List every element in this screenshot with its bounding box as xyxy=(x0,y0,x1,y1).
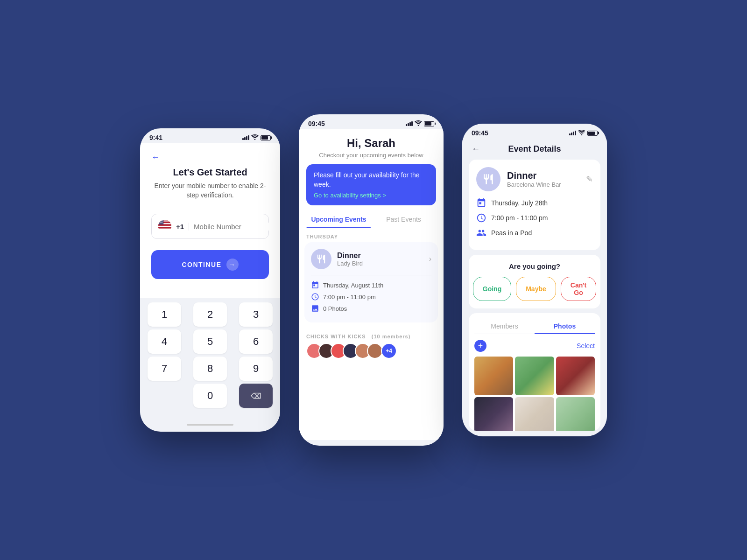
screens-container: 9:41 ← Let's Get Started Enter your mobi… xyxy=(140,114,607,446)
svg-point-17 xyxy=(159,222,159,222)
mobile-number-input[interactable] xyxy=(194,223,280,231)
photo-5[interactable] xyxy=(515,397,554,431)
svg-point-10 xyxy=(161,220,161,221)
p3-event-info: Dinner Barcelona Wine Bar xyxy=(507,170,561,188)
key-7[interactable]: 7 xyxy=(148,357,181,381)
p3-date-row: Thursday, July 28th xyxy=(476,198,593,208)
svg-point-11 xyxy=(162,220,162,221)
key-3[interactable]: 3 xyxy=(239,302,273,327)
maybe-button[interactable]: Maybe xyxy=(516,277,556,301)
availability-link[interactable]: Go to availability settings > xyxy=(314,192,429,199)
status-icons-2 xyxy=(406,120,434,127)
phone1-title: Let's Get Started xyxy=(173,167,247,178)
group-section: CHICKS WITH KICKS (10 members) +4 xyxy=(299,328,444,364)
group-icon xyxy=(476,228,486,238)
continue-label: CONTINUE xyxy=(182,261,221,268)
signal-icon-3 xyxy=(569,131,576,135)
svg-point-18 xyxy=(160,222,160,222)
event-photos-row: 0 Photos xyxy=(311,304,431,313)
home-indicator-1 xyxy=(140,420,280,429)
p3-time: 7:00 pm - 11:00 pm xyxy=(491,214,548,222)
battery-icon-2 xyxy=(424,121,434,126)
svg-point-29 xyxy=(162,223,162,224)
tab-upcoming[interactable]: Upcoming Events xyxy=(306,211,371,228)
photo-3[interactable] xyxy=(556,357,595,395)
key-9[interactable]: 9 xyxy=(239,357,273,381)
event-name: Dinner xyxy=(337,252,423,260)
svg-point-25 xyxy=(162,222,162,223)
status-time-3: 09:45 xyxy=(472,129,488,137)
rsvp-buttons: Going Maybe Can't Go xyxy=(476,277,593,301)
clock-icon xyxy=(311,293,319,301)
svg-point-15 xyxy=(161,221,162,221)
svg-point-23 xyxy=(160,222,161,223)
calendar-icon xyxy=(311,281,319,289)
tab-past[interactable]: Past Events xyxy=(371,211,436,228)
keypad-row-2: 4 5 6 xyxy=(148,329,273,354)
key-delete[interactable]: ⌫ xyxy=(239,384,273,408)
photo-6[interactable] xyxy=(556,397,595,431)
tab-photos[interactable]: Photos xyxy=(535,319,595,334)
tab-members[interactable]: Members xyxy=(474,319,535,334)
status-bar-3: 09:45 xyxy=(462,124,607,139)
photo-2[interactable] xyxy=(515,357,554,395)
p3-event-icon xyxy=(476,167,500,191)
flag-icon xyxy=(158,220,171,233)
key-0[interactable]: 0 xyxy=(193,384,227,408)
p3-group-row: Peas in a Pod xyxy=(476,228,593,238)
svg-point-26 xyxy=(159,223,159,224)
wifi-icon xyxy=(251,134,259,141)
back-button-1[interactable]: ← xyxy=(151,153,160,162)
phone1-subtitle: Enter your mobile number to enable 2-ste… xyxy=(151,182,269,200)
svg-point-9 xyxy=(160,220,160,221)
keypad: 1 2 3 4 5 6 7 8 9 0 ⌫ xyxy=(140,298,280,420)
key-6[interactable]: 6 xyxy=(239,329,273,354)
status-icons-1 xyxy=(242,134,271,141)
key-2[interactable]: 2 xyxy=(193,302,227,327)
svg-point-14 xyxy=(160,221,161,221)
key-4[interactable]: 4 xyxy=(148,329,181,354)
svg-point-27 xyxy=(160,223,160,224)
going-button[interactable]: Going xyxy=(473,277,511,301)
continue-button[interactable]: CONTINUE → xyxy=(151,250,269,279)
event-date-row: Thursday, August 11th xyxy=(311,281,431,289)
phone-input-row[interactable]: +1 xyxy=(151,214,269,239)
add-photo-button[interactable]: + xyxy=(474,340,486,352)
key-1[interactable]: 1 xyxy=(148,302,181,327)
greeting: Hi, Sarah xyxy=(308,137,434,150)
back-button-3[interactable]: ← xyxy=(472,144,480,154)
keypad-row-3: 7 8 9 xyxy=(148,357,273,381)
select-button[interactable]: Select xyxy=(577,342,595,350)
rsvp-title: Are you going? xyxy=(476,262,593,270)
p3-time-row: 7:00 pm - 11:00 pm xyxy=(476,213,593,223)
phone1-main: ← Let's Get Started Enter your mobile nu… xyxy=(140,143,280,298)
event-card[interactable]: Dinner Lady Bird › Thursday, August 11th… xyxy=(304,242,438,322)
signal-icon xyxy=(242,135,249,140)
photos-tabs: Members Photos xyxy=(474,319,595,334)
phone2-subtitle: Checkout your upcoming events below xyxy=(308,152,434,159)
avatar-more: +4 xyxy=(381,343,397,359)
svg-rect-4 xyxy=(158,224,171,225)
cantgo-button[interactable]: Can't Go xyxy=(561,277,596,301)
p3-date: Thursday, July 28th xyxy=(491,199,548,207)
clock-icon-3 xyxy=(476,213,486,223)
edit-button[interactable]: ✎ xyxy=(586,174,593,184)
key-5[interactable]: 5 xyxy=(193,329,227,354)
svg-point-21 xyxy=(162,222,163,222)
battery-icon-3 xyxy=(587,131,598,136)
photo-4[interactable] xyxy=(474,397,513,431)
phone-2: 09:45 Hi, Sarah Checkout your upcoming e… xyxy=(299,114,444,446)
keypad-row-4: 0 ⌫ xyxy=(148,384,273,408)
status-time-1: 9:41 xyxy=(149,134,162,141)
event-time-row: 7:00 pm - 11:00 pm xyxy=(311,293,431,301)
wifi-icon-3 xyxy=(578,130,585,137)
arrow-icon: → xyxy=(226,259,239,271)
photos-section: Members Photos + Select xyxy=(469,313,600,431)
event-info: Dinner Lady Bird xyxy=(337,252,423,267)
svg-point-8 xyxy=(159,220,159,221)
photo-1[interactable] xyxy=(474,357,513,395)
event-venue: Lady Bird xyxy=(337,260,423,267)
key-8[interactable]: 8 xyxy=(193,357,227,381)
svg-rect-6 xyxy=(158,227,171,228)
phone2-header: Hi, Sarah Checkout your upcoming events … xyxy=(299,129,444,164)
